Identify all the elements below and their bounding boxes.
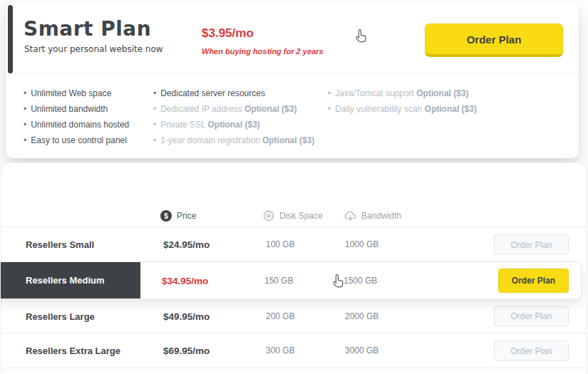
table-row-resellers-large: Resellers Large $49.95/mo 200 GB 2000 GB… <box>2 299 586 333</box>
feature-optional-tag: Optional ($3) <box>207 120 259 130</box>
plan-price-note: When buying hosting for 2 years <box>202 47 324 56</box>
header-bandwidth: Bandwidth <box>344 204 401 227</box>
disc-icon <box>263 210 274 222</box>
bullet-icon: • <box>24 88 26 98</box>
plan-disk-space: 200 GB <box>266 311 295 321</box>
card-divider <box>6 73 579 74</box>
feature-label: Dedicated IP address <box>160 104 242 114</box>
header-bandwidth-label: Bandwidth <box>361 211 401 221</box>
table-row-resellers-medium: Resellers Medium $34.95/mo 150 GB 1500 G… <box>1 261 582 299</box>
bullet-icon: • <box>24 135 26 145</box>
feature-column-1: •Unlimited Web space •Unlimited bandwidt… <box>24 85 129 148</box>
plan-price: $69.95/mo <box>163 346 210 356</box>
feature-label: Daily vulnerability scan <box>335 104 422 114</box>
order-plan-button-medium[interactable]: Order Plan <box>498 269 569 293</box>
feature-label: Java/Tomcat support <box>335 88 414 98</box>
highlighted-name-block: Resellers Medium <box>1 262 140 298</box>
bullet-icon: • <box>153 88 156 98</box>
bullet-icon: • <box>153 135 156 145</box>
feature-column-2: •Dedicated server resources •Dedicated I… <box>153 85 314 148</box>
plan-price: $49.95/mo <box>163 311 210 321</box>
order-plan-button-small[interactable]: Order Plan <box>494 234 569 255</box>
feature-optional-tag: Optional ($3) <box>425 104 477 114</box>
feature-item: •Unlimited Web space <box>24 85 129 101</box>
feature-item: •Private SSL Optional ($3) <box>153 117 314 133</box>
plan-name: Resellers Extra Large <box>26 346 120 356</box>
order-plan-button-large[interactable]: Order Plan <box>494 306 569 326</box>
bullet-icon: • <box>153 120 156 130</box>
plan-name: Resellers Medium <box>26 275 105 286</box>
feature-label: Unlimited bandwidth <box>31 104 108 114</box>
feature-column-3: •Java/Tomcat support Optional ($3) •Dail… <box>328 85 477 117</box>
header-disk-label: Disk Space <box>279 211 323 221</box>
plan-name: Resellers Small <box>26 239 94 250</box>
bullet-icon: • <box>24 104 26 114</box>
feature-label: Dedicated server resources <box>160 88 265 98</box>
feature-item: •Unlimited bandwidth <box>24 101 129 117</box>
dollar-circle-icon: $ <box>160 210 172 222</box>
bullet-icon: • <box>328 104 331 114</box>
plan-disk-space: 300 GB <box>266 346 295 355</box>
feature-item: •Easy to use control panel <box>24 133 129 148</box>
plan-disk-space: 150 GB <box>264 276 294 286</box>
plan-subtitle: Start your personal website now <box>24 44 163 54</box>
feature-label: Easy to use control panel <box>31 135 127 145</box>
plan-price: $3.95/mo <box>202 26 254 41</box>
bullet-icon: • <box>328 88 331 98</box>
cloud-download-icon <box>344 210 356 222</box>
pricing-page: Smart Plan Start your personal website n… <box>0 0 588 374</box>
table-row-resellers-extra-large: Resellers Extra Large $69.95/mo 300 GB 3… <box>2 333 586 368</box>
feature-label: Unlimited domains hosted <box>31 120 129 130</box>
feature-optional-tag: Optional ($3) <box>244 104 296 114</box>
plan-price: $24.95/mo <box>163 239 210 250</box>
header-price: $ Price <box>160 204 196 227</box>
feature-label: Private SSL <box>160 120 205 130</box>
plans-table-card: $ Price Disk Space Bandwidth Resellers <box>1 162 587 374</box>
feature-item: •Dedicated IP address Optional ($3) <box>153 101 314 117</box>
feature-item: •Daily vulnerability scan Optional ($3) <box>328 101 477 117</box>
order-plan-button-extra-large[interactable]: Order Plan <box>494 341 569 361</box>
feature-item: •Unlimited domains hosted <box>24 117 129 133</box>
plan-bandwidth: 3000 GB <box>345 346 378 355</box>
plan-price: $34.95/mo <box>162 275 208 286</box>
feature-item: •Dedicated server resources <box>153 85 314 101</box>
plan-disk-space: 100 GB <box>266 239 295 249</box>
feature-item: •1-year domain registration Optional ($3… <box>153 133 314 148</box>
table-header-row: $ Price Disk Space Bandwidth <box>2 204 586 227</box>
smart-plan-card: Smart Plan Start your personal website n… <box>6 3 579 158</box>
accent-bar <box>8 5 13 73</box>
feature-label: Unlimited Web space <box>31 88 111 98</box>
feature-item: •Java/Tomcat support Optional ($3) <box>328 85 477 101</box>
bullet-icon: • <box>153 104 156 114</box>
bullet-icon: • <box>24 120 26 130</box>
plan-title: Smart Plan <box>24 17 151 41</box>
feature-optional-tag: Optional ($3) <box>262 135 314 145</box>
header-price-label: Price <box>177 211 196 221</box>
header-disk-space: Disk Space <box>263 204 323 227</box>
feature-label: 1-year domain registration <box>160 135 259 145</box>
plan-bandwidth: 1500 GB <box>344 276 377 286</box>
feature-list: •Unlimited Web space •Unlimited bandwidt… <box>6 80 579 158</box>
feature-optional-tag: Optional ($3) <box>416 88 468 98</box>
plan-bandwidth: 1000 GB <box>345 239 378 249</box>
table-row-resellers-small: Resellers Small $24.95/mo 100 GB 1000 GB… <box>2 227 586 261</box>
plan-name: Resellers Large <box>26 311 95 321</box>
order-plan-button-main[interactable]: Order Plan <box>425 24 563 57</box>
plan-bandwidth: 2000 GB <box>345 311 378 321</box>
